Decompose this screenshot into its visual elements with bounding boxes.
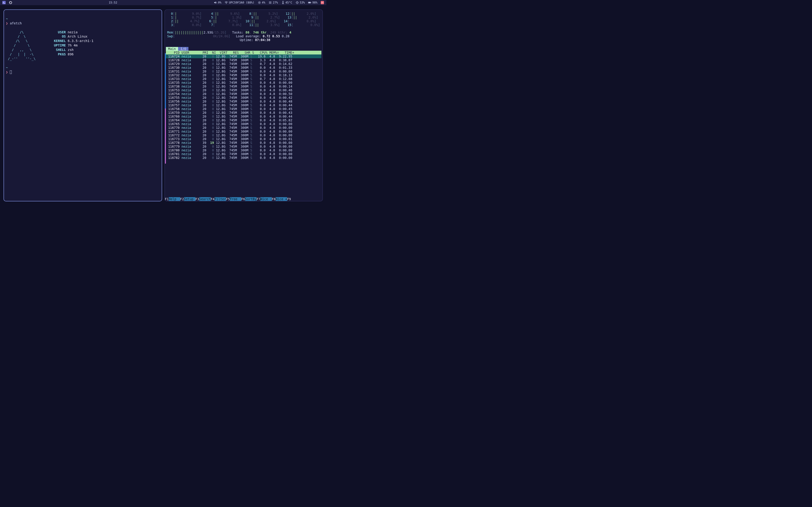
table-row[interactable]: 116758 nezia 20 0 12.8G 745M 300M S 0.0 … xyxy=(166,107,322,111)
svg-rect-28 xyxy=(321,1,324,4)
table-row[interactable]: 116756 nezia 20 0 12.8G 745M 300M S 0.0 … xyxy=(166,100,322,103)
table-row[interactable]: 116738 nezia 20 0 12.8G 745M 300M S 0.0 … xyxy=(166,84,322,88)
table-row[interactable]: 116764 nezia 20 0 12.8G 745M 300M S 0.0 … xyxy=(166,118,322,122)
mem-text: 2.93G/15.2G xyxy=(203,31,224,34)
table-row[interactable]: 116728 nezia 20 0 12.8G 745M 300M S 3.3 … xyxy=(166,58,322,62)
prompt-symbol: ❯ xyxy=(6,21,8,25)
svg-point-3 xyxy=(10,2,10,2)
svg-point-2 xyxy=(10,2,11,3)
table-row[interactable]: 116782 nezia 20 0 12.8G 745M 300M S 0.0 … xyxy=(166,156,322,160)
table-row[interactable]: 116765 nezia 20 0 12.8G 745M 300M S 0.0 … xyxy=(166,122,322,126)
svg-point-30 xyxy=(322,2,323,3)
table-row[interactable]: 116724 nezia 20 0 12.8G 745M 300M S 19.6… xyxy=(166,54,322,58)
svg-point-20 xyxy=(297,2,297,3)
table-row[interactable]: 116729 nezia 20 0 12.8G 745M 300M S 0.7 … xyxy=(166,62,322,66)
table-row[interactable]: 116732 nezia 20 0 12.8G 745M 300M S 0.0 … xyxy=(166,73,322,77)
status-bar: 15:52 0% UPC59F3A0 (88%) 4% 27% 45°C 53% xyxy=(0,0,326,5)
table-row[interactable]: 116773 nezia 20 0 12.8G 745M 300M S 0.0 … xyxy=(166,137,322,141)
tray-temperature[interactable]: 45°C xyxy=(281,1,292,4)
prompt-symbol-2: ❯ xyxy=(6,70,8,74)
table-row[interactable]: 116735 nezia 20 0 12.8G 745M 300M S 0.0 … xyxy=(166,81,322,84)
table-row[interactable]: 116753 nezia 20 0 12.8G 745M 300M S 0.0 … xyxy=(166,88,322,92)
process-header[interactable]: PID USER PRI NI VIRT RES SHR S CPU% MEM%… xyxy=(166,51,322,54)
terminal-left[interactable]: ~ ❯ afetch /\ / \ /\ \ / \ / ,, \ / | | … xyxy=(4,9,162,202)
table-row[interactable]: 116730 nezia 20 0 12.8G 745M 300M S 0.0 … xyxy=(166,66,322,69)
clock[interactable]: 15:52 xyxy=(109,1,117,4)
table-row[interactable]: 116757 nezia 20 0 12.8G 745M 300M S 0.0 … xyxy=(166,103,322,107)
cursor[interactable] xyxy=(10,70,12,74)
system-info-block: USERnezia OSArch Linux KERNEL6.3.5-arch1… xyxy=(48,25,94,61)
terminal-right-htop[interactable]: 0[| 9.0%] 4[|| 9.6%] 8[|| 5.2%] 12[|| 2.… xyxy=(164,9,323,202)
table-row[interactable]: 116778 nezia 39 19 12.8G 745M 300M S 0.0… xyxy=(166,141,322,145)
table-row[interactable]: 116733 nezia 20 0 12.8G 745M 300M S 0.7 … xyxy=(166,77,322,81)
table-row[interactable]: 116754 nezia 20 0 12.8G 745M 300M S 0.0 … xyxy=(166,92,322,96)
process-list[interactable]: 116724 nezia 20 0 12.8G 745M 300M S 19.6… xyxy=(166,54,322,160)
entered-command: afetch xyxy=(10,21,22,25)
table-row[interactable]: 116770 nezia 20 0 12.8G 745M 300M S 0.0 … xyxy=(166,126,322,129)
svg-rect-27 xyxy=(311,2,311,3)
svg-point-5 xyxy=(226,3,226,4)
table-row[interactable]: 116759 nezia 20 0 12.8G 745M 300M S 0.0 … xyxy=(166,111,322,115)
table-row[interactable]: 116780 nezia 20 0 12.8G 745M 300M S 0.0 … xyxy=(166,148,322,152)
table-row[interactable]: 116731 nezia 20 0 12.8G 745M 300M S 0.0 … xyxy=(166,69,322,73)
function-key-bar[interactable]: F1Help F2Setup F3SearchF4FilterF5Tree F6… xyxy=(165,197,322,201)
table-row[interactable]: 116755 nezia 20 0 12.8G 745M 300M S 0.0 … xyxy=(166,96,322,100)
svg-rect-0 xyxy=(2,1,6,4)
tray-cpu[interactable]: 53% xyxy=(296,1,305,4)
tab-main[interactable]: Main xyxy=(166,47,178,51)
tray-obs-icon[interactable] xyxy=(9,1,12,4)
table-row[interactable]: 116779 nezia 20 0 12.8G 745M 300M S 0.0 … xyxy=(166,145,322,148)
tab-io[interactable]: I/O xyxy=(178,47,189,51)
svg-rect-26 xyxy=(308,2,310,3)
table-row[interactable]: 116772 nezia 20 0 12.8G 745M 300M S 0.0 … xyxy=(166,133,322,137)
table-row[interactable]: 116771 nezia 20 0 12.8G 745M 300M S 0.0 … xyxy=(166,129,322,133)
svg-point-18 xyxy=(283,3,283,3)
svg-point-6 xyxy=(259,2,260,3)
table-row[interactable]: 116760 nezia 20 0 12.8G 745M 300M S 0.0 … xyxy=(166,115,322,118)
tray-volume[interactable]: 0% xyxy=(214,1,221,4)
cpu-meters: 0[| 9.0%] 4[|| 9.6%] 8[|| 5.2%] 12[|| 2.… xyxy=(166,11,322,46)
svg-point-29 xyxy=(322,2,322,3)
ascii-art: /\ / \ /\ \ / \ / ,, \ / | | -\ /_-'' ''… xyxy=(6,25,48,61)
svg-line-4 xyxy=(216,2,217,3)
tray-storage[interactable]: 27% xyxy=(268,1,278,4)
tray-battery[interactable]: 98% xyxy=(308,1,317,4)
tray-discord-icon[interactable] xyxy=(321,1,324,4)
tray-terminal-icon[interactable] xyxy=(2,1,6,4)
tray-wifi[interactable]: UPC59F3A0 (88%) xyxy=(224,1,254,4)
svg-line-14 xyxy=(260,2,260,2)
table-row[interactable]: 116781 nezia 20 0 12.8G 745M 300M S 0.0 … xyxy=(166,152,322,156)
htop-tabs: MainI/O xyxy=(166,47,322,51)
swp-text: 0K/24.0G xyxy=(175,34,229,38)
tray-brightness[interactable]: 4% xyxy=(258,1,265,4)
